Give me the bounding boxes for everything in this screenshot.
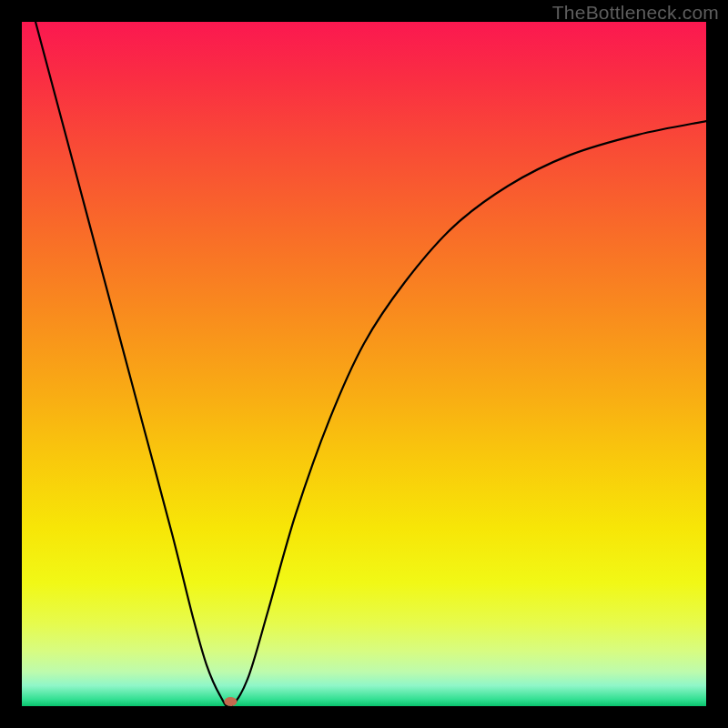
curve-svg — [22, 22, 706, 706]
watermark-text: TheBottleneck.com — [552, 2, 719, 24]
bottleneck-curve — [35, 22, 706, 706]
chart-frame: TheBottleneck.com — [0, 0, 728, 728]
plot-area — [22, 22, 706, 706]
minimum-marker — [224, 697, 237, 706]
